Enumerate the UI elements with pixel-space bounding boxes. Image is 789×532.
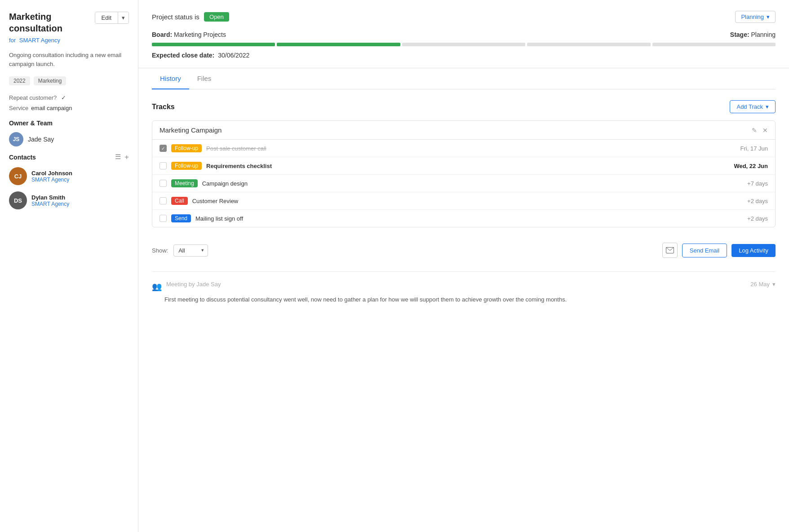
board-info: Board: Marketing Projects	[152, 31, 226, 38]
activity-date-expand[interactable]: 26 May ▾	[750, 281, 776, 288]
contacts-section-title: Contacts	[9, 154, 36, 161]
company-link[interactable]: for SMART Agency	[9, 37, 129, 44]
board-name: Marketing Projects	[174, 31, 226, 38]
contacts-list-icon[interactable]: ☰	[115, 153, 121, 162]
action-buttons: Send Email Log Activity	[662, 243, 776, 258]
right-panel: Project status is Open Planning ▾ Board:…	[138, 0, 789, 532]
track-checkbox-3[interactable]	[160, 197, 167, 204]
service-label: Service	[9, 105, 28, 111]
edit-button[interactable]: Edit	[95, 12, 118, 23]
track-checkbox-1[interactable]	[160, 162, 167, 169]
status-left: Project status is Open	[152, 12, 229, 22]
dylan-avatar: DS	[9, 191, 27, 209]
activity-section: 👥 Meeting by Jade Say 26 May ▾ First mee…	[152, 271, 776, 305]
activity-by: Meeting by Jade Say	[166, 281, 221, 288]
stage-label: Stage:	[730, 31, 749, 38]
project-title: Marketing consultation	[9, 11, 90, 34]
track-card-header: Marketing Campaign ✎ ✕	[152, 121, 775, 140]
track-item-3: Call Customer Review +2 days	[152, 192, 775, 210]
board-stage-row: Board: Marketing Projects Stage: Plannin…	[152, 31, 776, 38]
stage-info: Stage: Planning	[730, 31, 776, 38]
tracks-title: Tracks	[152, 103, 175, 111]
status-badge: Open	[204, 12, 229, 22]
progress-bar	[152, 43, 776, 46]
edit-dropdown-button[interactable]: ▾	[118, 12, 129, 23]
log-activity-button[interactable]: Log Activity	[731, 244, 776, 257]
track-item-1: Follow-up Requirements checklist Wed, 22…	[152, 157, 775, 175]
track-date-3: +2 days	[747, 198, 768, 204]
close-date-row: Expected close date: 30/06/2022	[152, 52, 776, 59]
contact-dylan: DS Dylan Smith SMART Agency	[9, 191, 129, 209]
tracks-header: Tracks Add Track ▾	[152, 100, 776, 113]
activity-date: 26 May	[750, 281, 770, 288]
tabs-container: History Files	[152, 68, 776, 89]
track-text-1: Requirements checklist	[206, 163, 729, 169]
activity-expand-icon[interactable]: ▾	[772, 281, 776, 288]
tab-history[interactable]: History	[152, 68, 189, 89]
progress-seg-2	[277, 43, 400, 46]
show-label: Show:	[152, 247, 168, 254]
close-date-label: Expected close date:	[152, 52, 214, 59]
track-card-title: Marketing Campaign	[160, 126, 222, 134]
edit-button-group[interactable]: Edit ▾	[95, 12, 129, 24]
service-field: Service email campaign	[9, 105, 129, 111]
tags-container: 2022 Marketing	[9, 76, 129, 85]
track-date-0: Fri, 17 Jun	[740, 145, 768, 152]
carol-avatar: CJ	[9, 167, 27, 185]
stage-name: Planning	[751, 31, 776, 38]
track-text-2: Campaign design	[202, 180, 743, 187]
show-row: Show: All Open Closed Send Email Log Act…	[152, 236, 776, 261]
contacts-add-icon[interactable]: +	[124, 153, 129, 162]
owner-section-title: Owner & Team	[9, 120, 129, 127]
status-prefix: Project status is	[152, 13, 199, 21]
add-track-label: Add Track	[736, 103, 763, 110]
track-badge-3: Call	[171, 197, 188, 205]
planning-label: Planning	[741, 13, 764, 20]
dylan-company[interactable]: SMART Agency	[31, 201, 69, 207]
send-email-button[interactable]: Send Email	[682, 244, 727, 257]
track-item-4: Send Mailing list sign off +2 days	[152, 210, 775, 227]
add-track-button[interactable]: Add Track ▾	[730, 100, 776, 113]
tag-year[interactable]: 2022	[9, 76, 30, 85]
track-close-icon[interactable]: ✕	[762, 127, 768, 134]
activity-meeting-icon: 👥	[152, 282, 162, 292]
track-checkbox-0[interactable]: ✓	[160, 145, 167, 152]
track-item-0: ✓ Follow-up Post sale customer call Fri,…	[152, 140, 775, 157]
track-card-marketing: Marketing Campaign ✎ ✕ ✓ Follow-up Post …	[152, 120, 776, 227]
carol-info: Carol Johnson SMART Agency	[31, 170, 72, 183]
for-text: for	[9, 37, 16, 44]
track-date-4: +2 days	[747, 215, 768, 222]
show-select[interactable]: All Open Closed	[173, 244, 208, 257]
contacts-actions[interactable]: ☰ +	[115, 153, 129, 162]
company-name[interactable]: SMART Agency	[19, 37, 60, 44]
track-date-2: +7 days	[747, 180, 768, 187]
track-checkbox-4[interactable]	[160, 215, 167, 222]
status-bar: Project status is Open Planning ▾	[152, 11, 776, 23]
track-badge-1: Follow-up	[171, 162, 202, 170]
tab-files[interactable]: Files	[189, 68, 220, 89]
close-date-value: 30/06/2022	[218, 52, 249, 59]
email-icon-button[interactable]	[662, 243, 678, 258]
track-text-0: Post sale customer call	[206, 145, 736, 152]
progress-seg-5	[652, 43, 776, 46]
activity-row: 👥 Meeting by Jade Say 26 May ▾	[152, 281, 776, 292]
tag-category[interactable]: Marketing	[34, 76, 66, 85]
track-checkbox-2[interactable]	[160, 180, 167, 187]
carol-company[interactable]: SMART Agency	[31, 177, 72, 183]
track-card-actions: ✎ ✕	[752, 127, 768, 134]
contacts-header: Contacts ☰ +	[9, 153, 129, 162]
carol-name: Carol Johnson	[31, 170, 72, 177]
service-value: email campaign	[31, 105, 72, 111]
board-label: Board:	[152, 31, 172, 38]
project-header: Marketing consultation Edit ▾	[9, 11, 129, 34]
track-edit-icon[interactable]: ✎	[752, 127, 757, 134]
show-select-wrapper[interactable]: All Open Closed	[173, 244, 208, 257]
activity-body: First meeting to discuss potential consu…	[164, 295, 776, 305]
track-badge-4: Send	[171, 214, 191, 222]
contact-carol: CJ Carol Johnson SMART Agency	[9, 167, 129, 185]
owner-row: JS Jade Say	[9, 132, 129, 146]
dylan-info: Dylan Smith SMART Agency	[31, 194, 69, 207]
repeat-customer-value: ✓	[61, 94, 66, 101]
planning-dropdown-button[interactable]: Planning ▾	[735, 11, 776, 23]
progress-seg-1	[152, 43, 275, 46]
